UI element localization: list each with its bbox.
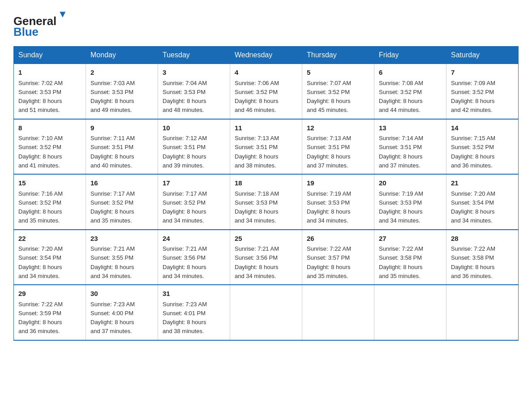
day-cell (230, 285, 302, 340)
day-info: Sunrise: 7:14 AMSunset: 3:51 PMDaylight:… (379, 135, 423, 169)
day-info: Sunrise: 7:20 AMSunset: 3:54 PMDaylight:… (451, 190, 495, 224)
day-info: Sunrise: 7:10 AMSunset: 3:52 PMDaylight:… (18, 135, 63, 169)
day-cell: 30Sunrise: 7:23 AMSunset: 4:00 PMDayligh… (86, 285, 158, 340)
day-number: 4 (235, 68, 297, 78)
header-row: SundayMondayTuesdayWednesdayThursdayFrid… (14, 47, 519, 64)
day-info: Sunrise: 7:23 AMSunset: 4:01 PMDaylight:… (163, 301, 207, 335)
header-thursday: Thursday (302, 47, 374, 64)
day-cell: 10Sunrise: 7:12 AMSunset: 3:51 PMDayligh… (158, 119, 230, 175)
logo: General Blue (13, 9, 67, 38)
day-cell: 4Sunrise: 7:06 AMSunset: 3:52 PMDaylight… (230, 64, 302, 119)
day-number: 6 (379, 68, 442, 78)
day-cell: 24Sunrise: 7:21 AMSunset: 3:56 PMDayligh… (158, 230, 230, 285)
day-cell: 19Sunrise: 7:19 AMSunset: 3:53 PMDayligh… (302, 174, 374, 230)
day-number: 19 (307, 178, 369, 188)
day-cell: 28Sunrise: 7:22 AMSunset: 3:58 PMDayligh… (446, 230, 519, 285)
day-info: Sunrise: 7:18 AMSunset: 3:53 PMDaylight:… (235, 190, 279, 224)
day-number: 11 (235, 123, 297, 133)
day-number: 3 (163, 68, 225, 78)
day-cell: 3Sunrise: 7:04 AMSunset: 3:53 PMDaylight… (158, 64, 230, 119)
day-number: 16 (90, 178, 153, 188)
day-number: 23 (90, 234, 153, 244)
day-info: Sunrise: 7:22 AMSunset: 3:59 PMDaylight:… (18, 301, 63, 335)
day-info: Sunrise: 7:08 AMSunset: 3:52 PMDaylight:… (379, 80, 423, 114)
day-number: 8 (18, 123, 81, 133)
day-cell (302, 285, 374, 340)
day-info: Sunrise: 7:17 AMSunset: 3:52 PMDaylight:… (90, 190, 135, 224)
day-cell: 20Sunrise: 7:19 AMSunset: 3:53 PMDayligh… (374, 174, 446, 230)
day-number: 17 (163, 178, 225, 188)
day-number: 5 (307, 68, 369, 78)
header-saturday: Saturday (446, 47, 519, 64)
day-info: Sunrise: 7:06 AMSunset: 3:52 PMDaylight:… (235, 80, 279, 114)
header-friday: Friday (374, 47, 446, 64)
day-number: 14 (451, 123, 514, 133)
week-row-1: 1Sunrise: 7:02 AMSunset: 3:53 PMDaylight… (14, 64, 519, 119)
page-header: General Blue (13, 9, 519, 38)
day-number: 27 (379, 234, 442, 244)
calendar-header: SundayMondayTuesdayWednesdayThursdayFrid… (14, 47, 519, 64)
week-row-3: 15Sunrise: 7:16 AMSunset: 3:52 PMDayligh… (14, 174, 519, 230)
day-number: 1 (18, 68, 81, 78)
day-number: 9 (90, 123, 153, 133)
day-cell: 22Sunrise: 7:20 AMSunset: 3:54 PMDayligh… (14, 230, 86, 285)
week-row-4: 22Sunrise: 7:20 AMSunset: 3:54 PMDayligh… (14, 230, 519, 285)
day-info: Sunrise: 7:07 AMSunset: 3:52 PMDaylight:… (307, 80, 351, 114)
day-number: 22 (18, 234, 81, 244)
day-info: Sunrise: 7:09 AMSunset: 3:52 PMDaylight:… (451, 80, 495, 114)
day-info: Sunrise: 7:23 AMSunset: 4:00 PMDaylight:… (90, 301, 135, 335)
calendar-table: SundayMondayTuesdayWednesdayThursdayFrid… (13, 46, 519, 341)
day-info: Sunrise: 7:22 AMSunset: 3:57 PMDaylight:… (307, 245, 351, 279)
day-number: 30 (90, 289, 153, 299)
day-cell: 26Sunrise: 7:22 AMSunset: 3:57 PMDayligh… (302, 230, 374, 285)
day-cell: 5Sunrise: 7:07 AMSunset: 3:52 PMDaylight… (302, 64, 374, 119)
day-number: 18 (235, 178, 297, 188)
day-info: Sunrise: 7:13 AMSunset: 3:51 PMDaylight:… (307, 135, 351, 169)
day-number: 31 (163, 289, 225, 299)
logo-svg: General Blue (13, 9, 67, 38)
day-info: Sunrise: 7:19 AMSunset: 3:53 PMDaylight:… (379, 190, 423, 224)
day-cell: 23Sunrise: 7:21 AMSunset: 3:55 PMDayligh… (86, 230, 158, 285)
day-cell: 15Sunrise: 7:16 AMSunset: 3:52 PMDayligh… (14, 174, 86, 230)
header-monday: Monday (86, 47, 158, 64)
day-cell: 14Sunrise: 7:15 AMSunset: 3:52 PMDayligh… (446, 119, 519, 175)
day-cell: 17Sunrise: 7:17 AMSunset: 3:52 PMDayligh… (158, 174, 230, 230)
day-cell: 13Sunrise: 7:14 AMSunset: 3:51 PMDayligh… (374, 119, 446, 175)
header-tuesday: Tuesday (158, 47, 230, 64)
day-cell: 21Sunrise: 7:20 AMSunset: 3:54 PMDayligh… (446, 174, 519, 230)
day-cell: 1Sunrise: 7:02 AMSunset: 3:53 PMDaylight… (14, 64, 86, 119)
day-info: Sunrise: 7:22 AMSunset: 3:58 PMDaylight:… (451, 245, 495, 279)
day-info: Sunrise: 7:22 AMSunset: 3:58 PMDaylight:… (379, 245, 423, 279)
day-cell (446, 285, 519, 340)
day-cell: 9Sunrise: 7:11 AMSunset: 3:51 PMDaylight… (86, 119, 158, 175)
day-info: Sunrise: 7:21 AMSunset: 3:55 PMDaylight:… (90, 245, 135, 279)
day-cell: 8Sunrise: 7:10 AMSunset: 3:52 PMDaylight… (14, 119, 86, 175)
day-info: Sunrise: 7:15 AMSunset: 3:52 PMDaylight:… (451, 135, 495, 169)
day-cell: 16Sunrise: 7:17 AMSunset: 3:52 PMDayligh… (86, 174, 158, 230)
day-cell: 29Sunrise: 7:22 AMSunset: 3:59 PMDayligh… (14, 285, 86, 340)
day-info: Sunrise: 7:16 AMSunset: 3:52 PMDaylight:… (18, 190, 63, 224)
day-info: Sunrise: 7:21 AMSunset: 3:56 PMDaylight:… (235, 245, 279, 279)
calendar-body: 1Sunrise: 7:02 AMSunset: 3:53 PMDaylight… (14, 64, 519, 340)
svg-marker-1 (60, 12, 65, 17)
day-number: 21 (451, 178, 514, 188)
day-cell: 25Sunrise: 7:21 AMSunset: 3:56 PMDayligh… (230, 230, 302, 285)
day-cell: 31Sunrise: 7:23 AMSunset: 4:01 PMDayligh… (158, 285, 230, 340)
day-number: 15 (18, 178, 81, 188)
day-number: 7 (451, 68, 514, 78)
day-cell: 27Sunrise: 7:22 AMSunset: 3:58 PMDayligh… (374, 230, 446, 285)
day-number: 29 (18, 289, 81, 299)
day-number: 10 (163, 123, 225, 133)
svg-text:Blue: Blue (13, 26, 39, 38)
day-info: Sunrise: 7:21 AMSunset: 3:56 PMDaylight:… (163, 245, 207, 279)
week-row-2: 8Sunrise: 7:10 AMSunset: 3:52 PMDaylight… (14, 119, 519, 175)
day-info: Sunrise: 7:02 AMSunset: 3:53 PMDaylight:… (18, 80, 63, 114)
day-number: 26 (307, 234, 369, 244)
day-info: Sunrise: 7:20 AMSunset: 3:54 PMDaylight:… (18, 245, 63, 279)
day-info: Sunrise: 7:12 AMSunset: 3:51 PMDaylight:… (163, 135, 207, 169)
day-info: Sunrise: 7:04 AMSunset: 3:53 PMDaylight:… (163, 80, 207, 114)
day-cell: 6Sunrise: 7:08 AMSunset: 3:52 PMDaylight… (374, 64, 446, 119)
day-info: Sunrise: 7:11 AMSunset: 3:51 PMDaylight:… (90, 135, 135, 169)
day-info: Sunrise: 7:19 AMSunset: 3:53 PMDaylight:… (307, 190, 351, 224)
header-sunday: Sunday (14, 47, 86, 64)
